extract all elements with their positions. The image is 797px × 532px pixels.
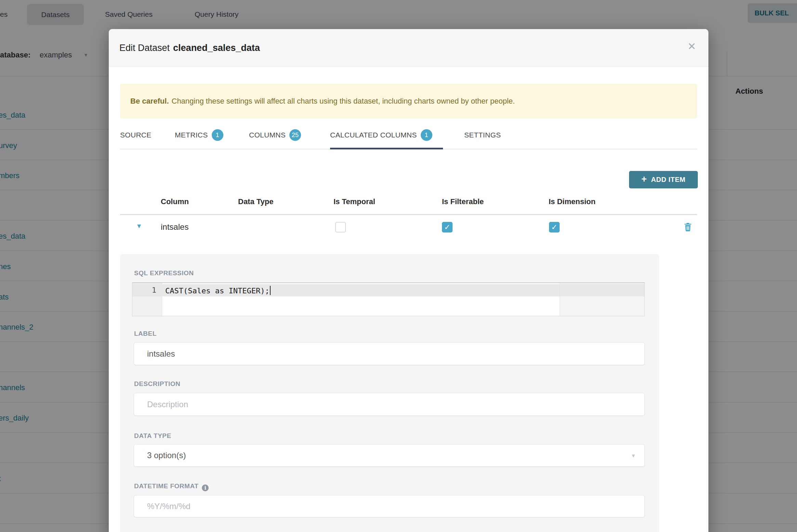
label-input[interactable] — [134, 342, 645, 365]
modal-tabs: SOURCE METRICS 1 COLUMNS 25 CALCULATED C… — [120, 121, 697, 149]
is-filterable-checkbox[interactable]: ✓ — [442, 222, 453, 232]
tab-metrics[interactable]: METRICS 1 — [175, 121, 223, 149]
close-icon[interactable]: ✕ — [688, 41, 696, 52]
header-is-filterable: Is Filterable — [442, 197, 484, 206]
is-temporal-checkbox[interactable] — [335, 222, 346, 232]
tab-calculated-columns[interactable]: CALCULATED COLUMNS 1 — [330, 121, 432, 149]
is-dimension-checkbox[interactable]: ✓ — [549, 222, 560, 232]
header-column: Column — [161, 197, 189, 206]
warning-text: Changing these settings will affect all … — [172, 97, 515, 106]
data-type-section-label: DATA TYPE — [134, 432, 171, 440]
plus-icon: + — [641, 174, 647, 185]
sql-expression-editor[interactable]: 1 CAST(Sales as INTEGER); — [132, 282, 645, 316]
column-name: intsales — [161, 222, 188, 232]
active-tab-underline — [330, 148, 443, 149]
datetime-format-input[interactable] — [134, 495, 645, 517]
text-cursor — [270, 286, 271, 295]
columns-count-badge: 25 — [289, 129, 301, 141]
tab-columns[interactable]: COLUMNS 25 — [249, 121, 301, 149]
tab-source[interactable]: SOURCE — [120, 121, 152, 149]
editor-print-margin-line — [560, 283, 560, 316]
sql-code-line: CAST(Sales as INTEGER); — [165, 286, 271, 295]
table-row: ▾ intsales ✓ ✓ — [120, 216, 697, 239]
collapse-caret-icon[interactable]: ▾ — [137, 222, 141, 230]
add-item-button[interactable]: + ADD ITEM — [629, 171, 698, 188]
edit-dataset-modal: Edit Dataset cleaned_sales_data ✕ Be car… — [109, 29, 708, 532]
editor-line-number: 1 — [132, 286, 156, 294]
header-data-type: Data Type — [238, 197, 274, 206]
data-type-selected-value: 3 option(s) — [147, 451, 186, 460]
warning-banner: Be careful. Changing these settings will… — [120, 84, 697, 118]
header-is-temporal: Is Temporal — [334, 197, 375, 206]
modal-title-prefix: Edit Dataset — [119, 43, 170, 53]
delete-icon[interactable] — [684, 222, 692, 232]
header-is-dimension: Is Dimension — [549, 197, 596, 206]
description-input[interactable] — [134, 393, 645, 416]
data-type-select[interactable]: 3 option(s) ▼ — [134, 444, 645, 467]
warning-bold-text: Be careful. — [130, 97, 169, 106]
modal-title-dataset-name: cleaned_sales_data — [173, 43, 260, 53]
table-header-rule — [120, 214, 697, 215]
datetime-format-section-label: DATETIME FORMATi — [134, 482, 209, 491]
sql-expression-label: SQL EXPRESSION — [134, 269, 194, 277]
modal-title: Edit Dataset cleaned_sales_data — [119, 29, 260, 67]
calculated-columns-table-header: Column Data Type Is Temporal Is Filterab… — [120, 193, 697, 212]
metrics-count-badge: 1 — [212, 129, 223, 141]
select-caret-icon: ▼ — [631, 453, 636, 458]
label-section-label: LABEL — [134, 330, 157, 337]
calculated-column-detail-panel: SQL EXPRESSION 1 CAST(Sales as INTEGER);… — [120, 254, 659, 532]
modal-header: Edit Dataset cleaned_sales_data ✕ — [109, 29, 708, 67]
info-icon[interactable]: i — [202, 484, 209, 491]
description-section-label: DESCRIPTION — [134, 380, 180, 388]
calculated-columns-count-badge: 1 — [421, 129, 432, 141]
tab-settings[interactable]: SETTINGS — [464, 121, 501, 149]
screen: es Datasets Saved Queries Query History … — [0, 0, 797, 532]
